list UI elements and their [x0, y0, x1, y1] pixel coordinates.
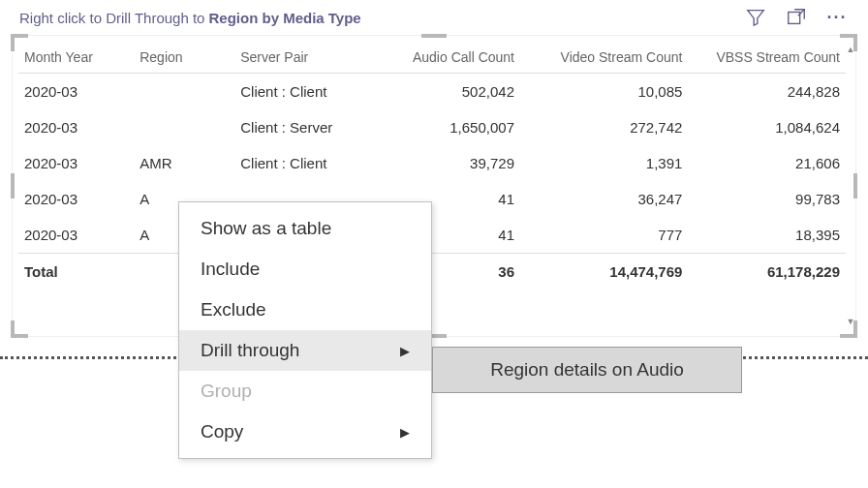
visual-hint-bar: Right click to Drill Through to Region b…: [0, 0, 868, 31]
menu-include[interactable]: Include: [179, 249, 431, 290]
cell-video: 1,391: [520, 145, 688, 181]
cell-vbss: 21,606: [688, 145, 846, 181]
cell-vbss: 1,084,624: [688, 109, 846, 145]
menu-copy[interactable]: Copy ▶: [179, 412, 431, 452]
cell-month: 2020-03: [18, 109, 134, 145]
menu-label: Drill through: [201, 340, 299, 361]
context-menu: Show as a table Include Exclude Drill th…: [178, 201, 432, 459]
col-pair[interactable]: Server Pair: [234, 46, 382, 74]
total-vbss: 61,178,229: [688, 254, 846, 290]
total-label: Total: [18, 254, 134, 290]
col-vbss[interactable]: VBSS Stream Count: [688, 46, 846, 74]
menu-show-as-table[interactable]: Show as a table: [179, 208, 431, 249]
menu-exclude[interactable]: Exclude: [179, 290, 431, 330]
chevron-right-icon: ▶: [400, 425, 410, 440]
resize-handle-top[interactable]: [421, 34, 447, 38]
submenu-region-audio[interactable]: Region details on Audio: [433, 353, 741, 386]
hint-prefix: Right click to Drill Through to: [19, 10, 204, 26]
col-audio[interactable]: Audio Call Count: [382, 46, 520, 74]
resize-handle-right[interactable]: [853, 173, 857, 198]
header-row: Month Year Region Server Pair Audio Call…: [18, 46, 846, 74]
cell-audio: 502,042: [382, 74, 520, 110]
cell-pair: Client : Client: [234, 74, 382, 110]
cell-vbss: 244,828: [688, 74, 846, 110]
cell-region: AMR: [134, 145, 234, 181]
total-video: 14,474,769: [520, 254, 688, 290]
table-row[interactable]: 2020-03AMRClient : Client39,7291,39121,6…: [18, 145, 846, 181]
menu-label: Show as a table: [201, 218, 331, 239]
menu-label: Copy: [201, 421, 243, 442]
cell-month: 2020-03: [18, 181, 134, 217]
cell-audio: 39,729: [382, 145, 520, 181]
data-table[interactable]: Month Year Region Server Pair Audio Call…: [18, 46, 846, 290]
menu-label: Exclude: [201, 299, 266, 320]
cell-video: 10,085: [520, 74, 688, 110]
cell-audio: 1,650,007: [382, 109, 520, 145]
scroll-down-icon[interactable]: ▼: [847, 318, 855, 326]
svg-rect-0: [789, 13, 800, 24]
cell-month: 2020-03: [18, 145, 134, 181]
chevron-right-icon: ▶: [400, 344, 410, 358]
cell-video: 36,247: [520, 181, 688, 217]
cell-video: 272,742: [520, 109, 688, 145]
resize-handle-left[interactable]: [11, 173, 15, 198]
total-row: Total 36 14,474,769 61,178,229: [18, 254, 846, 290]
cell-month: 2020-03: [18, 217, 134, 254]
col-month[interactable]: Month Year: [18, 46, 134, 74]
menu-drill-through[interactable]: Drill through ▶: [179, 330, 431, 371]
table-row[interactable]: 2020-03Client : Server1,650,007272,7421,…: [18, 109, 846, 145]
table-row[interactable]: 2020-03A4136,24799,783: [18, 181, 846, 217]
cell-region: [134, 74, 234, 110]
cell-vbss: 99,783: [688, 181, 846, 217]
matrix-visual: Month Year Region Server Pair Audio Call…: [12, 35, 856, 337]
scroll-up-icon[interactable]: ▲: [847, 46, 855, 54]
hint-target: Region by Media Type: [208, 10, 360, 26]
focus-mode-icon[interactable]: [785, 6, 808, 29]
menu-label: Group: [201, 381, 252, 402]
vertical-scrollbar[interactable]: ▲ ▼: [848, 46, 853, 326]
cell-pair: Client : Client: [234, 145, 382, 181]
col-video[interactable]: Video Stream Count: [520, 46, 688, 74]
cell-pair: Client : Server: [234, 109, 382, 145]
table-row[interactable]: 2020-03Client : Client502,04210,085244,8…: [18, 74, 846, 110]
more-options-icon[interactable]: ···: [825, 6, 849, 29]
col-region[interactable]: Region: [134, 46, 234, 74]
cell-video: 777: [520, 217, 688, 254]
menu-label: Include: [201, 259, 260, 280]
cell-vbss: 18,395: [688, 217, 846, 254]
cell-region: [134, 109, 234, 145]
cell-month: 2020-03: [18, 74, 134, 110]
menu-group: Group: [179, 371, 431, 412]
table-row[interactable]: 2020-03A4177718,395: [18, 217, 846, 254]
submenu-label: Region details on Audio: [490, 359, 684, 380]
drill-through-submenu: Region details on Audio: [432, 347, 742, 393]
filter-icon[interactable]: [744, 6, 767, 29]
